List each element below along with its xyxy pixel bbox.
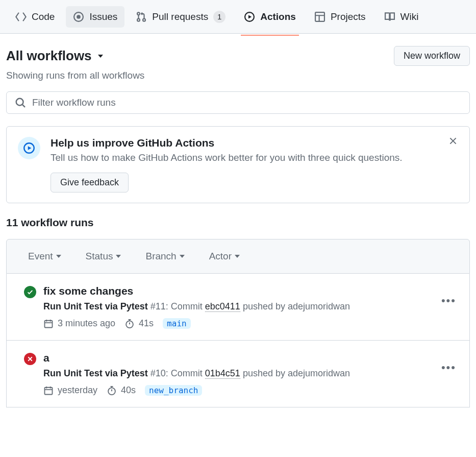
svg-point-1 bbox=[78, 15, 81, 18]
check-circle-icon bbox=[24, 286, 36, 298]
tab-projects-label: Projects bbox=[331, 11, 366, 22]
issues-icon bbox=[73, 11, 84, 22]
stopwatch-icon bbox=[124, 319, 135, 329]
filter-event[interactable]: Event bbox=[28, 251, 61, 262]
caret-down-icon bbox=[235, 255, 240, 258]
commit-link[interactable]: ebc0411 bbox=[205, 301, 240, 312]
filter-event-label: Event bbox=[28, 251, 53, 262]
filter-status-label: Status bbox=[86, 251, 113, 262]
svg-point-2 bbox=[137, 12, 140, 15]
caret-down-icon bbox=[116, 255, 121, 258]
caret-down-icon bbox=[56, 255, 61, 258]
code-icon bbox=[15, 11, 27, 22]
filter-bar: Event Status Branch Actor bbox=[6, 239, 470, 274]
run-title[interactable]: fix some changes bbox=[43, 285, 458, 297]
tab-issues[interactable]: Issues bbox=[66, 6, 124, 28]
kebab-menu-icon[interactable]: ••• bbox=[441, 361, 456, 374]
run-time: yesterday bbox=[58, 385, 97, 396]
run-meta: 3 minutes ago 41s main bbox=[43, 318, 458, 329]
tab-actions-label: Actions bbox=[260, 11, 296, 22]
search-container bbox=[6, 91, 470, 114]
tab-wiki-label: Wiki bbox=[400, 11, 419, 22]
branch-label[interactable]: new_branch bbox=[145, 385, 202, 396]
play-circle-icon bbox=[244, 11, 255, 22]
caret-down-icon bbox=[180, 255, 185, 258]
feedback-title: Help us improve GitHub Actions bbox=[51, 137, 458, 149]
svg-rect-9 bbox=[45, 320, 53, 327]
caret-down-icon bbox=[98, 55, 103, 58]
filter-actor[interactable]: Actor bbox=[209, 251, 240, 262]
tab-code[interactable]: Code bbox=[8, 6, 62, 28]
close-icon[interactable] bbox=[446, 134, 460, 148]
tab-pull-requests[interactable]: Pull requests 1 bbox=[129, 6, 233, 28]
calendar-icon bbox=[43, 319, 54, 329]
branch-label[interactable]: main bbox=[163, 318, 191, 329]
tab-code-label: Code bbox=[32, 11, 55, 22]
page-title[interactable]: All workflows bbox=[6, 48, 103, 64]
svg-point-4 bbox=[143, 18, 145, 21]
tab-projects[interactable]: Projects bbox=[307, 6, 373, 28]
kebab-menu-icon[interactable]: ••• bbox=[441, 294, 456, 307]
filter-status[interactable]: Status bbox=[86, 251, 121, 262]
runs-count: 11 workflow runs bbox=[6, 217, 470, 229]
feedback-text: Tell us how to make GitHub Actions work … bbox=[51, 152, 458, 163]
play-circle-icon bbox=[23, 142, 35, 154]
svg-point-3 bbox=[137, 18, 140, 21]
run-item: fix some changes Run Unit Test via Pytes… bbox=[7, 274, 469, 340]
tab-wiki[interactable]: Wiki bbox=[377, 6, 426, 28]
run-duration: 41s bbox=[139, 318, 154, 329]
run-item: a Run Unit Test via Pytest #10: Commit 0… bbox=[7, 340, 469, 407]
filter-branch[interactable]: Branch bbox=[145, 251, 184, 262]
pull-request-icon bbox=[136, 11, 147, 22]
page-subtitle: Showing runs from all workflows bbox=[6, 70, 470, 81]
tab-actions[interactable]: Actions bbox=[237, 6, 303, 28]
run-time: 3 minutes ago bbox=[58, 318, 115, 329]
commit-link[interactable]: 01b4c51 bbox=[205, 368, 240, 379]
svg-rect-11 bbox=[45, 387, 53, 394]
run-meta: yesterday 40s new_branch bbox=[43, 385, 458, 396]
svg-rect-6 bbox=[315, 12, 324, 21]
page-title-text: All workflows bbox=[6, 48, 92, 64]
calendar-icon bbox=[43, 386, 54, 396]
pr-count-badge: 1 bbox=[213, 11, 226, 23]
x-circle-icon bbox=[24, 353, 36, 365]
book-icon bbox=[384, 11, 395, 22]
run-subtitle: Run Unit Test via Pytest #10: Commit 01b… bbox=[43, 368, 458, 379]
tab-pr-label: Pull requests bbox=[152, 11, 208, 22]
search-icon bbox=[15, 97, 26, 108]
svg-point-7 bbox=[16, 99, 23, 106]
run-duration: 40s bbox=[121, 385, 136, 396]
feedback-banner: Help us improve GitHub Actions Tell us h… bbox=[6, 126, 470, 203]
filter-branch-label: Branch bbox=[145, 251, 176, 262]
stopwatch-icon bbox=[107, 386, 117, 396]
search-input[interactable] bbox=[32, 97, 461, 108]
run-list: fix some changes Run Unit Test via Pytes… bbox=[6, 274, 470, 407]
repo-tab-nav: Code Issues Pull requests 1 Actions Proj… bbox=[0, 0, 476, 34]
filter-actor-label: Actor bbox=[209, 251, 232, 262]
tab-issues-label: Issues bbox=[89, 11, 117, 22]
give-feedback-button[interactable]: Give feedback bbox=[51, 173, 129, 193]
projects-icon bbox=[314, 11, 325, 22]
run-title[interactable]: a bbox=[43, 352, 458, 364]
run-subtitle: Run Unit Test via Pytest #11: Commit ebc… bbox=[43, 301, 458, 312]
new-workflow-button[interactable]: New workflow bbox=[394, 46, 470, 66]
feedback-icon-circle bbox=[18, 137, 40, 159]
